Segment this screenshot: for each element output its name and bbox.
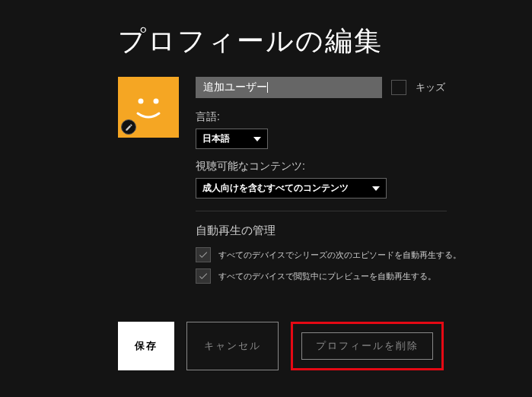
profile-name-value: 追加ユーザー: [203, 81, 267, 94]
page-title: プロフィールの編集: [118, 23, 532, 60]
kids-checkbox[interactable]: [391, 80, 406, 95]
chevron-down-icon: [253, 137, 261, 141]
language-selected: 日本語: [202, 132, 230, 145]
maturity-selected: 成人向けを含むすべてのコンテンツ: [202, 182, 349, 195]
chevron-down-icon: [372, 186, 380, 191]
autoplay-preview-checkbox[interactable]: [196, 268, 211, 284]
autoplay-next-label: すべてのデバイスでシリーズの次のエピソードを自動再生する。: [218, 249, 461, 261]
autoplay-heading: 自動再生の管理: [196, 224, 532, 238]
svg-point-0: [139, 99, 144, 104]
check-icon: [198, 271, 209, 281]
avatar[interactable]: [118, 77, 179, 138]
autoplay-next-checkbox[interactable]: [196, 247, 211, 262]
language-dropdown[interactable]: 日本語: [196, 129, 268, 149]
divider: [196, 211, 447, 211]
text-cursor: [267, 82, 268, 93]
delete-profile-button[interactable]: プロフィールを削除: [301, 332, 433, 360]
language-label: 言語:: [196, 110, 532, 124]
edit-avatar-button[interactable]: [121, 119, 136, 135]
maturity-label: 視聴可能なコンテンツ:: [196, 160, 532, 173]
maturity-dropdown[interactable]: 成人向けを含むすべてのコンテンツ: [196, 178, 387, 198]
pencil-icon: [125, 123, 133, 132]
autoplay-preview-label: すべてのデバイスで閲覧中にプレビューを自動再生する。: [218, 271, 436, 282]
delete-highlight: プロフィールを削除: [291, 322, 444, 370]
check-icon: [198, 249, 209, 260]
save-button[interactable]: 保存: [118, 322, 174, 370]
cancel-button[interactable]: キャンセル: [186, 322, 279, 370]
kids-label: キッズ: [416, 81, 445, 94]
svg-point-1: [154, 99, 159, 104]
profile-name-input[interactable]: 追加ユーザー: [196, 77, 382, 98]
